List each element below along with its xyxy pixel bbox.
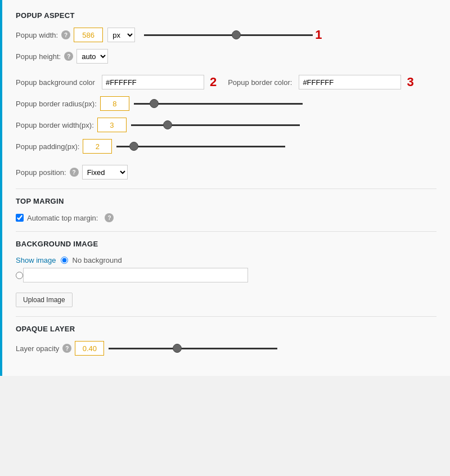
bg-image-url-input[interactable] bbox=[23, 268, 248, 282]
auto-top-margin-help-icon[interactable]: ? bbox=[105, 213, 114, 222]
popup-width-help-icon[interactable]: ? bbox=[61, 30, 70, 39]
auto-top-margin-row: Automatic top margin: ? bbox=[16, 213, 436, 222]
layer-opacity-input[interactable] bbox=[75, 341, 104, 356]
layer-opacity-label: Layer opacity bbox=[16, 344, 59, 353]
show-image-radio[interactable] bbox=[16, 272, 23, 279]
popup-border-radius-input[interactable] bbox=[100, 96, 129, 111]
popup-height-row: Popup height: ? auto px % bbox=[16, 49, 436, 64]
section-divider-3 bbox=[16, 316, 436, 317]
popup-aspect-section: POPUP ASPECT Popup width: ? px % em 1 Po… bbox=[16, 11, 436, 179]
popup-width-slider[interactable] bbox=[144, 34, 313, 36]
popup-border-color-input[interactable] bbox=[299, 75, 401, 89]
popup-position-label: Popup position: bbox=[16, 168, 66, 177]
popup-border-radius-slider[interactable] bbox=[134, 103, 303, 105]
popup-border-width-input[interactable] bbox=[97, 118, 127, 132]
popup-aspect-panel: POPUP ASPECT Popup width: ? px % em 1 Po… bbox=[0, 0, 450, 376]
auto-top-margin-checkbox[interactable] bbox=[16, 214, 24, 222]
layer-opacity-row: Layer opacity ? bbox=[16, 341, 436, 356]
upload-image-button[interactable]: Upload Image bbox=[16, 293, 73, 307]
popup-height-label: Popup height: bbox=[16, 52, 61, 61]
popup-width-slider-container bbox=[144, 34, 313, 36]
popup-padding-slider[interactable] bbox=[116, 146, 285, 147]
popup-border-width-label: Popup border width(px): bbox=[16, 121, 94, 129]
popup-position-row: Popup position: ? Fixed Absolute Relativ… bbox=[16, 165, 436, 179]
popup-bg-color-group: Popup background color 2 bbox=[16, 75, 217, 89]
popup-border-color-label: Popup border color: bbox=[228, 78, 292, 87]
background-image-title: BACKGROUND IMAGE bbox=[16, 240, 436, 248]
layer-opacity-slider[interactable] bbox=[109, 348, 277, 349]
popup-bg-color-input[interactable] bbox=[102, 75, 204, 89]
popup-width-annotation: 1 bbox=[315, 29, 322, 41]
top-margin-section: TOP MARGIN Automatic top margin: ? bbox=[16, 197, 436, 222]
popup-border-color-group: Popup border color: 3 bbox=[228, 75, 413, 89]
top-margin-title: TOP MARGIN bbox=[16, 197, 436, 205]
section-divider-1 bbox=[16, 188, 436, 189]
opaque-layer-section: OPAQUE LAYER Layer opacity ? bbox=[16, 325, 436, 356]
opaque-layer-title: OPAQUE LAYER bbox=[16, 325, 436, 333]
popup-width-label: Popup width: bbox=[16, 31, 58, 39]
popup-padding-input[interactable] bbox=[83, 139, 112, 154]
popup-border-width-row: Popup border width(px): bbox=[16, 118, 436, 132]
popup-border-radius-row: Popup border radius(px): bbox=[16, 96, 436, 111]
popup-position-help-icon[interactable]: ? bbox=[70, 168, 79, 177]
popup-width-row: Popup width: ? px % em 1 bbox=[16, 28, 436, 42]
popup-border-width-slider[interactable] bbox=[131, 124, 300, 126]
popup-colors-row: Popup background color 2 Popup border co… bbox=[16, 75, 436, 89]
upload-btn-row: Upload Image bbox=[16, 289, 436, 307]
popup-height-help-icon[interactable]: ? bbox=[64, 52, 73, 61]
no-bg-label: No background bbox=[73, 256, 122, 264]
auto-top-margin-label: Automatic top margin: bbox=[27, 214, 98, 222]
show-image-link[interactable]: Show image bbox=[16, 256, 56, 264]
popup-position-select[interactable]: Fixed Absolute Relative bbox=[82, 165, 128, 179]
layer-opacity-help-icon[interactable]: ? bbox=[62, 344, 71, 353]
popup-bg-annotation: 2 bbox=[210, 76, 217, 88]
layer-opacity-slider-container bbox=[109, 348, 277, 349]
popup-width-input[interactable] bbox=[74, 28, 103, 42]
popup-padding-row: Popup padding(px): bbox=[16, 139, 436, 154]
popup-bg-color-label: Popup background color bbox=[16, 78, 95, 87]
background-image-section: BACKGROUND IMAGE Show image No backgroun… bbox=[16, 240, 436, 307]
popup-padding-label: Popup padding(px): bbox=[16, 142, 79, 151]
no-background-radio[interactable] bbox=[61, 257, 68, 264]
popup-border-annotation: 3 bbox=[407, 76, 413, 88]
bg-image-radio-group: Show image No background bbox=[16, 256, 436, 264]
popup-aspect-title: POPUP ASPECT bbox=[16, 11, 436, 20]
bg-image-url-row bbox=[16, 268, 436, 282]
popup-padding-slider-container bbox=[116, 146, 285, 147]
popup-border-width-slider-container bbox=[131, 124, 300, 126]
section-divider-2 bbox=[16, 231, 436, 232]
popup-height-select[interactable]: auto px % bbox=[76, 49, 108, 64]
popup-border-radius-label: Popup border radius(px): bbox=[16, 100, 97, 108]
popup-width-unit-select[interactable]: px % em bbox=[107, 28, 135, 42]
popup-border-radius-slider-container bbox=[134, 103, 303, 105]
